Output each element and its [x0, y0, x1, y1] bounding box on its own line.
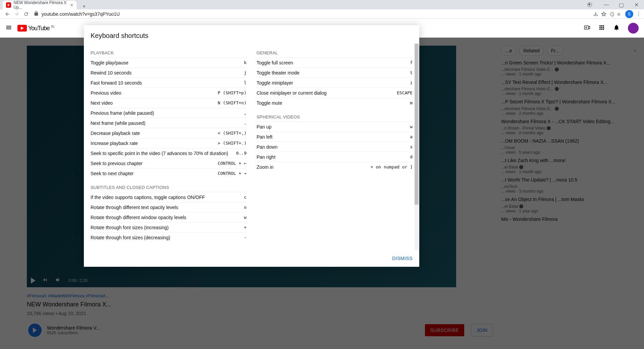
- shortcut-row: Next videoN (SHIFT+n): [91, 98, 247, 108]
- new-tab-button[interactable]: +: [80, 3, 88, 9]
- apps-icon[interactable]: [598, 24, 605, 32]
- shortcut-key: P (SHIFT+p): [218, 90, 247, 95]
- window-controls: — ▢ ✕: [587, 0, 644, 9]
- shortcut-key: o: [244, 205, 247, 210]
- create-icon[interactable]: [584, 24, 590, 32]
- shortcut-row: Decrease playback rate< (SHIFT+,): [91, 128, 247, 138]
- section-title: GENERAL: [257, 50, 413, 55]
- install-icon[interactable]: [593, 11, 598, 17]
- dismiss-button[interactable]: DISMISS: [392, 256, 413, 261]
- hamburger-icon[interactable]: [5, 24, 12, 32]
- shortcut-label: Seek to specific point in the video (7 a…: [91, 151, 236, 156]
- tab-title: NEW Wondershare Filmora X Up...: [14, 0, 70, 10]
- shortcut-key: ESCAPE: [397, 90, 413, 95]
- shortcut-key: ,: [244, 110, 247, 115]
- shortcut-row: Seek to next chapterCONTROL + →: [91, 168, 247, 178]
- dialog-body[interactable]: PLAYBACKToggle play/pausekRewind 10 seco…: [84, 44, 419, 250]
- shortcut-row: Rewind 10 secondsj: [91, 67, 247, 78]
- shortcut-label: Rotate through different text opacity le…: [91, 205, 244, 210]
- shortcut-row: Previous videoP (SHIFT+p): [91, 88, 247, 98]
- profile-avatar[interactable]: S: [625, 10, 633, 18]
- shortcut-label: Pan down: [257, 144, 410, 150]
- shortcut-label: Increase playback rate: [91, 141, 218, 146]
- maximize-button[interactable]: ▢: [614, 0, 629, 9]
- shortcut-key: t: [410, 70, 413, 75]
- star-icon[interactable]: [601, 11, 606, 17]
- shortcut-row: Next frame (while paused).: [91, 118, 247, 128]
- shortcut-key: f: [410, 60, 413, 65]
- section-title: SUBTITLES AND CLOSED CAPTIONS: [91, 185, 247, 190]
- shortcut-key: CONTROL + →: [218, 171, 247, 176]
- shortcut-label: Toggle mute: [257, 100, 410, 106]
- shortcut-key: l: [244, 80, 247, 85]
- shortcuts-column-left: PLAYBACKToggle play/pausekRewind 10 seco…: [91, 44, 247, 243]
- section-title: SPHERICAL VIDEOS: [257, 114, 413, 119]
- shortcut-row: If the video supports captions, toggle c…: [91, 192, 247, 202]
- shortcut-row: Rotate through different text opacity le…: [91, 202, 247, 212]
- shortcut-key: m: [410, 100, 413, 105]
- shortcut-row: Pan lefta: [257, 132, 413, 142]
- account-icon[interactable]: [587, 2, 592, 7]
- shortcut-key: w: [244, 215, 247, 220]
- extensions-icon[interactable]: [609, 11, 614, 17]
- shortcut-key: w: [410, 124, 413, 129]
- shortcut-label: Next frame (while paused): [91, 120, 244, 126]
- address-bar[interactable]: youtube.com/watch?v=gs37qPYuo1U: [34, 11, 590, 17]
- shortcut-row: Previous frame (while paused),: [91, 108, 247, 118]
- shortcut-key: N (SHIFT+n): [218, 100, 247, 105]
- shortcut-key: s: [410, 144, 413, 149]
- shortcut-label: Rotate through font sizes (decreasing): [91, 235, 244, 240]
- user-avatar[interactable]: [628, 23, 639, 34]
- url-text: youtube.com/watch?v=gs37qPYuo1U: [42, 11, 120, 17]
- back-button[interactable]: [3, 9, 12, 19]
- lock-icon: [34, 11, 39, 17]
- shortcut-label: Toggle theater mode: [257, 70, 410, 76]
- shortcut-key: + on numpad or ]: [371, 164, 413, 169]
- forward-button[interactable]: [12, 9, 21, 19]
- shortcut-label: Decrease playback rate: [91, 131, 218, 136]
- browser-tab[interactable]: NEW Wondershare Filmora X Up... ×: [3, 1, 76, 9]
- shortcut-key: c: [244, 195, 247, 200]
- notifications-icon[interactable]: [613, 24, 620, 32]
- reading-list-icon[interactable]: ≡: [617, 11, 623, 17]
- shortcuts-column-right: GENERALToggle full screenfToggle theater…: [257, 44, 413, 243]
- minimize-button[interactable]: —: [599, 0, 614, 9]
- shortcut-row: Rotate through different window opacity …: [91, 212, 247, 222]
- shortcut-key: i: [410, 80, 413, 85]
- shortcut-label: Fast forward 10 seconds: [91, 80, 244, 86]
- shortcut-key: < (SHIFT+,): [218, 131, 247, 136]
- shortcut-row: Pan rightd: [257, 152, 413, 162]
- shortcut-label: Pan right: [257, 154, 410, 160]
- shortcut-key: +: [244, 225, 247, 230]
- shortcut-key: -: [244, 235, 247, 240]
- shortcut-label: Toggle full screen: [257, 60, 410, 65]
- youtube-logo[interactable]: YouTube IN: [17, 25, 54, 32]
- shortcut-label: Toggle play/pause: [91, 60, 244, 65]
- shortcut-key: 0..9: [236, 151, 247, 156]
- dialog-title: Keyboard shortcuts: [84, 25, 419, 44]
- shortcut-label: Previous frame (while paused): [91, 110, 244, 116]
- browser-menu-icon[interactable]: ⋮: [636, 11, 641, 17]
- shortcut-row: Rotate through font sizes (decreasing)-: [91, 232, 247, 242]
- scrollbar-thumb[interactable]: [415, 44, 419, 205]
- shortcut-row: Increase playback rate> (SHIFT+.): [91, 138, 247, 148]
- close-window-button[interactable]: ✕: [629, 0, 644, 9]
- tab-close-icon[interactable]: ×: [70, 2, 73, 8]
- browser-tab-bar: NEW Wondershare Filmora X Up... × + — ▢ …: [0, 0, 644, 9]
- shortcut-label: Close miniplayer or current dialog: [257, 90, 397, 96]
- shortcut-label: Seek to next chapter: [91, 171, 218, 176]
- shortcut-label: Pan left: [257, 134, 410, 140]
- shortcut-label: Rewind 10 seconds: [91, 70, 244, 76]
- shortcut-row: Seek to previous chapterCONTROL + ←: [91, 158, 247, 168]
- shortcut-label: Zoom in: [257, 164, 371, 170]
- reload-button[interactable]: [21, 9, 31, 19]
- shortcut-row: Toggle full screenf: [257, 57, 413, 67]
- youtube-favicon: [6, 2, 11, 8]
- shortcut-label: Rotate through different window opacity …: [91, 215, 244, 220]
- shortcut-key: > (SHIFT+.): [218, 141, 247, 146]
- shortcut-row: Toggle mutem: [257, 98, 413, 108]
- shortcut-row: Zoom in+ on numpad or ]: [257, 162, 413, 172]
- shortcut-row: Fast forward 10 secondsl: [91, 78, 247, 88]
- shortcut-row: Toggle miniplayeri: [257, 78, 413, 88]
- shortcut-label: Toggle miniplayer: [257, 80, 410, 86]
